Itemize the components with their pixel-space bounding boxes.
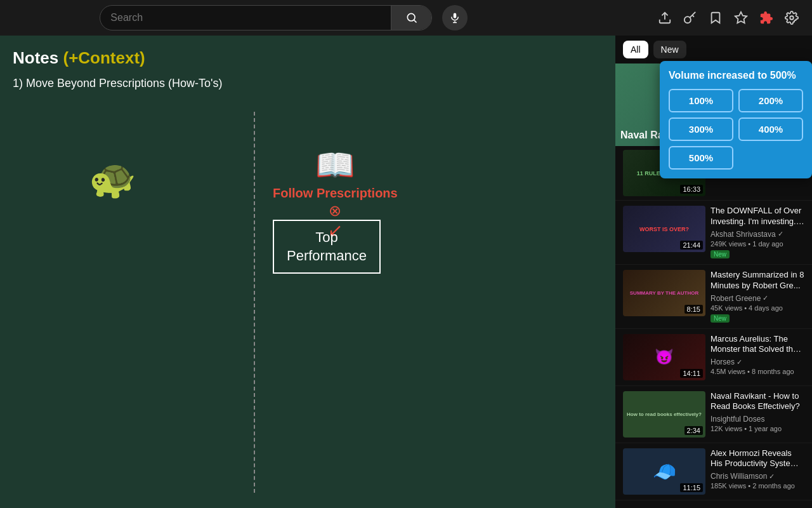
worst-duration: 21:44 (680, 241, 703, 250)
sidebar-top: Volume increased to 500% 100% 200% 300% … (615, 36, 812, 201)
key-icon-btn[interactable] (680, 8, 700, 28)
mastery-title: Mastery Summarized in 8 Minutes by Rober… (710, 270, 804, 291)
marcus-info: Marcus Aurelius: The Monster that Solved… (710, 334, 804, 380)
notes-label: Notes (13, 48, 58, 67)
filter-all-btn[interactable]: All (623, 41, 648, 58)
dashed-divider (254, 112, 255, 493)
new-badge-mastery: New (710, 314, 730, 323)
vol-100-btn[interactable]: 100% (669, 89, 733, 112)
book-icon: 📖 (315, 147, 355, 184)
alex-meta: 185K views • 2 months ago (710, 482, 804, 490)
extension-icon-btn[interactable] (756, 8, 776, 28)
alex-title: Alex Hormozi Reveals His Productivity Sy… (710, 448, 804, 470)
filter-new-btn[interactable]: New (653, 41, 686, 58)
verified-icon-alex: ✓ (769, 472, 775, 481)
volume-grid: 100% 200% 300% 400% 500% (669, 89, 803, 170)
navalbooks-thumbnail: How to read books effectively? 2:34 (623, 391, 705, 438)
perf-line1: Top (315, 229, 337, 245)
marcus-channel: Horses ✓ (710, 358, 804, 366)
verified-icon-worst: ✓ (778, 230, 783, 238)
navalbooks-meta: 12K views • 1 year ago (710, 425, 804, 432)
top-icons-bar (655, 8, 802, 28)
video-item-alex[interactable]: 🧢 11:15 Alex Hormozi Reveals His Product… (615, 443, 812, 500)
navalbooks-channel: Insightful Doses (710, 415, 804, 424)
upload-icon (658, 11, 672, 25)
alex-thumbnail: 🧢 11:15 (623, 448, 705, 495)
worst-info: The DOWNFALL of Over Investing. I'm inve… (710, 206, 804, 259)
key-icon (683, 11, 697, 25)
notes-header: Notes (+Context) (13, 48, 145, 68)
svg-point-8 (790, 16, 794, 20)
extension-icon (759, 11, 773, 25)
mastery-info: Mastery Summarized in 8 Minutes by Rober… (710, 270, 804, 323)
volume-popup-title: Volume increased to 500% (669, 70, 803, 81)
video-item-worst[interactable]: WORST IS OVER? 21:44 The DOWNFALL of Ove… (615, 201, 812, 265)
svg-marker-7 (735, 12, 747, 23)
search-container (100, 5, 432, 30)
rules-duration: 16:33 (680, 185, 703, 194)
mastery-channel: Robert Greene ✓ (710, 294, 804, 303)
mastery-duration: 8:15 (684, 305, 703, 314)
worst-channel: Akshat Shrivastava ✓ (710, 230, 804, 239)
filter-row: All New (615, 36, 812, 64)
video-item-marcus[interactable]: 😈 14:11 Marcus Aurelius: The Monster tha… (615, 329, 812, 386)
svg-rect-2 (454, 13, 457, 18)
performance-box: Top Performance (273, 220, 381, 274)
upload-icon-btn[interactable] (655, 8, 675, 28)
svg-point-0 (407, 13, 415, 21)
verified-icon-marcus: ✓ (737, 358, 742, 366)
mastery-meta: 45K views • 4 days ago (710, 304, 804, 312)
video-area: Notes (+Context) 1) Move Beyond Prescrip… (0, 36, 615, 508)
settings-icon-btn[interactable] (782, 8, 802, 28)
alex-info: Alex Hormozi Reveals His Productivity Sy… (710, 448, 804, 495)
mic-icon (449, 12, 461, 23)
worst-meta: 249K views • 1 day ago (710, 240, 804, 248)
vol-200-btn[interactable]: 200% (738, 89, 803, 112)
alex-channel: Chris Williamson ✓ (710, 472, 804, 481)
marcus-meta: 4.5M views • 8 months ago (710, 368, 804, 375)
worst-title: The DOWNFALL of Over Investing. I'm inve… (710, 206, 804, 227)
new-badge-worst: New (710, 250, 730, 258)
verified-icon-mastery: ✓ (763, 294, 768, 302)
marcus-title: Marcus Aurelius: The Monster that Solved… (710, 334, 804, 356)
mic-button[interactable] (442, 5, 468, 30)
bookmark-icon-btn[interactable] (705, 8, 726, 28)
notes-context: (+Context) (63, 48, 145, 67)
bird-icon: 🐢 (89, 156, 136, 201)
mastery-thumbnail: SUMMARY BY THE AUTHOR 8:15 (623, 270, 705, 316)
vol-400-btn[interactable]: 400% (738, 117, 803, 141)
vol-500-btn[interactable]: 500% (669, 146, 733, 170)
sidebar: Volume increased to 500% 100% 200% 300% … (615, 36, 812, 508)
video-item-mastery[interactable]: SUMMARY BY THE AUTHOR 8:15 Mastery Summa… (615, 265, 812, 329)
gear-icon (785, 11, 799, 25)
marcus-thumbnail: 😈 14:11 (623, 334, 705, 380)
star-icon (734, 11, 748, 25)
vol-300-btn[interactable]: 300% (669, 117, 733, 141)
navalbooks-info: Naval Ravikant - How to Read Books Effec… (710, 391, 804, 438)
star-icon-btn[interactable] (731, 8, 751, 28)
worst-thumbnail: WORST IS OVER? 21:44 (623, 206, 705, 252)
cross-icon: ⊗ (329, 202, 341, 220)
notes-subtitle: 1) Move Beyond Prescriptions (How-To's) (13, 77, 223, 90)
navalbooks-title: Naval Ravikant - How to Read Books Effec… (710, 391, 804, 413)
search-button[interactable] (391, 5, 431, 30)
marcus-duration: 14:11 (680, 369, 703, 378)
book-label: Follow Prescriptions (273, 186, 398, 201)
search-icon (405, 11, 418, 24)
svg-point-6 (684, 17, 691, 23)
perf-line2: Performance (287, 248, 367, 264)
main-content: Notes (+Context) 1) Move Beyond Prescrip… (0, 36, 812, 508)
alex-duration: 11:15 (680, 483, 703, 492)
svg-line-1 (414, 20, 417, 23)
bookmark-icon (709, 11, 723, 25)
search-input[interactable] (100, 12, 391, 23)
video-item-naval-books[interactable]: How to read books effectively? 2:34 Nava… (615, 386, 812, 443)
top-bar (0, 0, 812, 36)
volume-popup: Volume increased to 500% 100% 200% 300% … (660, 61, 812, 178)
navalbooks-duration: 2:34 (684, 426, 703, 435)
